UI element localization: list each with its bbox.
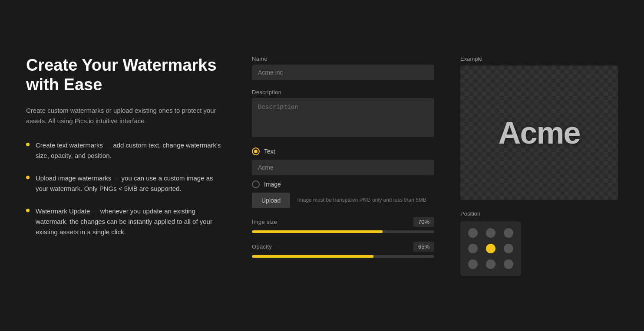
opacity-section: Opacity 65% <box>252 242 434 258</box>
image-radio-row[interactable]: Image <box>252 180 434 188</box>
text-radio-row[interactable]: Text <box>252 147 434 155</box>
page-title: Create Your Watermarks with Ease <box>26 56 226 95</box>
subtitle: Create custom watermarks or upload exist… <box>26 105 226 126</box>
bullet-text: Upload image watermarks — you can use a … <box>36 173 226 194</box>
example-canvas: Acme <box>460 66 618 200</box>
opacity-header: Opacity 65% <box>252 242 434 252</box>
bullet-item-bullet-update: Watermark Update — whenever you update a… <box>26 206 226 237</box>
opacity-value: 65% <box>413 242 434 252</box>
opacity-track[interactable] <box>252 255 434 258</box>
image-size-label: Imge size <box>252 219 277 225</box>
image-size-header: Imge size 70% <box>252 217 434 227</box>
bullet-dot <box>26 209 30 212</box>
form-panel: Name Description Text Im <box>252 56 434 258</box>
image-size-fill <box>252 230 380 233</box>
position-dot-bc[interactable] <box>486 259 495 269</box>
right-panel: Example Acme Position <box>460 56 618 276</box>
text-radio-button[interactable] <box>252 147 260 155</box>
left-panel: Create Your Watermarks with Ease Create … <box>26 56 226 237</box>
name-field-group: Name <box>252 56 434 80</box>
description-field-group: Description <box>252 89 434 139</box>
position-dot-tc[interactable] <box>486 228 495 238</box>
text-watermark-input[interactable] <box>252 160 434 175</box>
bullet-dot <box>26 143 30 146</box>
name-input[interactable] <box>252 65 434 80</box>
example-section: Example Acme <box>460 56 618 200</box>
image-radio-label: Image <box>264 181 281 188</box>
description-label: Description <box>252 89 434 95</box>
position-dot-mc[interactable] <box>486 244 495 253</box>
bullet-text: Watermark Update — whenever you update a… <box>36 206 226 237</box>
watermark-type-group: Text Image Upload Image must be transpar… <box>252 147 434 208</box>
upload-button[interactable]: Upload <box>252 193 290 208</box>
text-radio-label: Text <box>264 148 275 155</box>
position-grid <box>460 221 521 276</box>
position-dot-br[interactable] <box>504 259 513 269</box>
position-dot-tl[interactable] <box>468 228 478 238</box>
position-dot-mr[interactable] <box>504 244 513 253</box>
position-dot-bl[interactable] <box>468 259 478 269</box>
position-dot-tr[interactable] <box>504 228 513 238</box>
bullet-item-bullet-text-watermarks: Create text watermarks — add custom text… <box>26 140 226 161</box>
main-layout: Create Your Watermarks with Ease Create … <box>26 56 618 276</box>
image-size-value: 70% <box>413 217 434 227</box>
watermark-preview-text: Acme <box>498 115 580 151</box>
bullet-item-bullet-image-watermarks: Upload image watermarks — you can use a … <box>26 173 226 194</box>
position-dot-ml[interactable] <box>468 244 478 253</box>
example-label: Example <box>460 56 618 62</box>
image-radio-button[interactable] <box>252 180 260 188</box>
opacity-label: Opacity <box>252 243 272 250</box>
name-label: Name <box>252 56 434 62</box>
bullet-text: Create text watermarks — add custom text… <box>36 140 226 161</box>
image-size-section: Imge size 70% <box>252 217 434 233</box>
description-input[interactable] <box>252 98 434 137</box>
position-section: Position <box>460 210 618 276</box>
position-label: Position <box>460 210 618 217</box>
opacity-fill <box>252 255 370 258</box>
image-size-track[interactable] <box>252 230 434 233</box>
feature-list: Create text watermarks — add custom text… <box>26 140 226 237</box>
bullet-dot <box>26 176 30 179</box>
upload-hint: Image must be transparen PNG only and le… <box>297 197 426 204</box>
